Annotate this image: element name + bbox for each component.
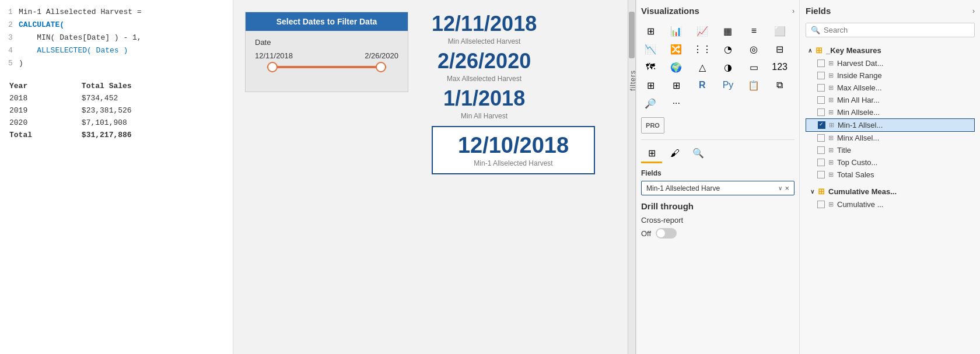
inside-range-calc-icon: ⊞ — [828, 72, 834, 79]
viz-table-icon[interactable]: ⊞ — [641, 77, 660, 93]
min-allsele-calc-icon: ⊞ — [828, 108, 834, 116]
cumulative-name: Cumulative ... — [837, 200, 972, 209]
field-chip-min1[interactable]: Min-1 Allselected Harve ∨ × — [641, 181, 794, 195]
field-total-sales[interactable]: ⊞ Total Sales — [806, 169, 975, 181]
viz-gauge-icon[interactable]: ◑ — [719, 59, 737, 75]
harvest-dat-checkbox[interactable] — [817, 59, 825, 67]
viz-bar-icon[interactable]: 📊 — [667, 23, 685, 39]
viz-divider — [641, 139, 794, 140]
slider-thumb-left[interactable] — [267, 62, 278, 72]
date-slicer-header: Select Dates to Filter Data — [246, 12, 408, 31]
key-measures-chevron-icon: ∧ — [808, 47, 812, 54]
slider-track[interactable] — [267, 66, 387, 68]
viz-decomp-icon[interactable]: 🔎 — [641, 95, 660, 111]
min-allsele-checkbox[interactable] — [817, 108, 825, 116]
field-chip-chevron-icon[interactable]: ∨ — [778, 185, 782, 191]
date-slicer-values: 12/11/2018 2/26/2020 — [255, 51, 398, 60]
sales-table: Year Total Sales 2018 $734,452 2019 $23,… — [8, 79, 225, 142]
field-chip-controls: ∨ × — [778, 184, 789, 192]
viz-number-icon[interactable]: 123 — [771, 59, 789, 75]
top-custo-checkbox[interactable] — [817, 159, 825, 166]
viz-matrix-icon[interactable]: ⊞ — [667, 77, 685, 93]
viz-python-icon[interactable]: Py — [719, 77, 737, 93]
viz-scatter-icon[interactable]: ⋮⋮ — [693, 41, 712, 57]
field-min-all-har[interactable]: ⊞ Min All Har... — [806, 94, 975, 106]
viz-more-icon[interactable]: ··· — [667, 95, 685, 111]
viz-tab-fields[interactable]: ⊞ — [641, 145, 662, 163]
table-row: 2020 $7,101,908 — [9, 117, 223, 128]
viz-tab-analytics[interactable]: 🔍 — [688, 145, 709, 163]
min-all-har-calc-icon: ⊞ — [828, 96, 834, 104]
cumulative-checkbox[interactable] — [817, 201, 825, 208]
field-chip-remove-icon[interactable]: × — [785, 184, 789, 192]
drill-toggle[interactable] — [656, 228, 677, 239]
viz-treemap-icon[interactable]: ⊟ — [771, 41, 789, 57]
field-minx-allsel[interactable]: ⊞ Minx Allsel... — [806, 132, 975, 144]
viz-card-icon[interactable]: ▭ — [744, 59, 763, 75]
fields-search-box[interactable]: 🔍 — [806, 23, 975, 37]
code-panel: 1 Min-1 Allselected Harvest = 2 CALCULAT… — [0, 0, 233, 354]
date-slicer[interactable]: Select Dates to Filter Data Date 12/11/2… — [245, 12, 408, 92]
fields-panel-title: Fields — [806, 6, 831, 16]
field-min1-allsel[interactable]: ⊞ Min-1 Allsel... — [806, 118, 975, 132]
inside-range-name: Inside Range — [837, 71, 972, 80]
harvest-dat-calc-icon: ⊞ — [828, 59, 834, 67]
kpi-max-allselected-label: Max Allselected Harvest — [432, 75, 537, 83]
viz-donut-icon[interactable]: ◎ — [744, 41, 763, 57]
viz-panel-chevron[interactable]: › — [792, 7, 794, 15]
field-min-allsele[interactable]: ⊞ Min Allsele... — [806, 106, 975, 118]
kpi-min-all-value: 1/1/2018 — [432, 86, 537, 111]
year-2019: 2019 — [9, 105, 80, 116]
key-measures-header[interactable]: ∧ ⊞ _Key Measures — [806, 43, 975, 57]
viz-shape-icon[interactable]: △ — [693, 59, 712, 75]
fields-panel-chevron[interactable]: › — [972, 7, 975, 15]
field-cumulative[interactable]: ⊞ Cumulative ... — [806, 198, 975, 211]
viz-map-icon[interactable]: 🗺 — [641, 59, 660, 75]
viz-bar2-icon[interactable]: ≡ — [744, 23, 763, 39]
field-title[interactable]: ⊞ Title — [806, 144, 975, 156]
viz-stacked-bar-icon[interactable]: ⊞ — [641, 23, 660, 39]
field-top-custo[interactable]: ⊞ Top Custo... — [806, 156, 975, 169]
total-sales-name: Total Sales — [837, 170, 972, 179]
max-allsele-name: Max Allsele... — [837, 83, 972, 92]
max-allsele-checkbox[interactable] — [817, 84, 825, 92]
viz-pie-icon[interactable]: ◔ — [719, 41, 737, 57]
total-row: Total $31,217,886 — [9, 129, 223, 141]
scroll-column[interactable]: filters — [628, 0, 636, 354]
viz-line-bar-icon[interactable]: 📈 — [693, 23, 712, 39]
kpi-min1-allselected-boxed: 12/10/2018 Min-1 Allselected Harvest — [432, 126, 595, 174]
total-sales-checkbox[interactable] — [817, 171, 825, 178]
viz-area-icon[interactable]: 📉 — [641, 41, 660, 57]
code-line-3: 3 MIN( Dates[Date] ) - 1, — [8, 31, 225, 44]
fields-group-key-measures: ∧ ⊞ _Key Measures ⊞ Harvest Dat... ⊞ Ins… — [806, 43, 975, 181]
fields-search-input[interactable] — [824, 26, 970, 34]
cumulative-header[interactable]: ∨ ⊞ Cumulative Meas... — [806, 184, 975, 198]
min1-allsel-name: Min-1 Allsel... — [838, 121, 972, 129]
min1-allsel-checkbox[interactable] — [818, 121, 825, 129]
viz-pro-icon[interactable]: PRO — [641, 117, 664, 134]
pro-icon-row: PRO — [641, 117, 794, 134]
viz-choropleth-icon[interactable]: 🌍 — [667, 59, 685, 75]
minx-allsel-checkbox[interactable] — [817, 134, 825, 142]
viz-icons-grid: ⊞ 📊 📈 ▦ ≡ ⬜ 📉 🔀 ⋮⋮ ◔ ◎ ⊟ 🗺 🌍 △ ◑ ▭ 123 ⊞… — [641, 23, 794, 111]
sales-2019: $23,381,526 — [82, 105, 223, 116]
kpi-min-all: 1/1/2018 Min All Harvest — [432, 86, 537, 120]
scrollbar-thumb[interactable] — [629, 12, 635, 58]
title-calc-icon: ⊞ — [828, 146, 834, 154]
viz-slicer-icon[interactable]: ⧉ — [771, 77, 789, 93]
viz-tab-format[interactable]: 🖌 — [664, 145, 685, 163]
viz-r-icon[interactable]: R — [693, 77, 712, 93]
inside-range-checkbox[interactable] — [817, 72, 825, 79]
kpi-min-allselected-label: Min Allselected Harvest — [432, 37, 537, 45]
viz-kpi-icon[interactable]: 📋 — [744, 77, 763, 93]
min-all-har-checkbox[interactable] — [817, 96, 825, 104]
viz-waterfall-icon[interactable]: ⬜ — [771, 23, 789, 39]
slider-thumb-right[interactable] — [376, 62, 386, 72]
field-max-allsele[interactable]: ⊞ Max Allsele... — [806, 82, 975, 94]
code-func-allselected: ALLSELECTED( Dates ) — [19, 44, 128, 57]
field-harvest-dat[interactable]: ⊞ Harvest Dat... — [806, 57, 975, 69]
viz-ribbon-icon[interactable]: 🔀 — [667, 41, 685, 57]
title-checkbox[interactable] — [817, 146, 825, 154]
field-inside-range[interactable]: ⊞ Inside Range — [806, 69, 975, 82]
viz-bar-cluster-icon[interactable]: ▦ — [719, 23, 737, 39]
